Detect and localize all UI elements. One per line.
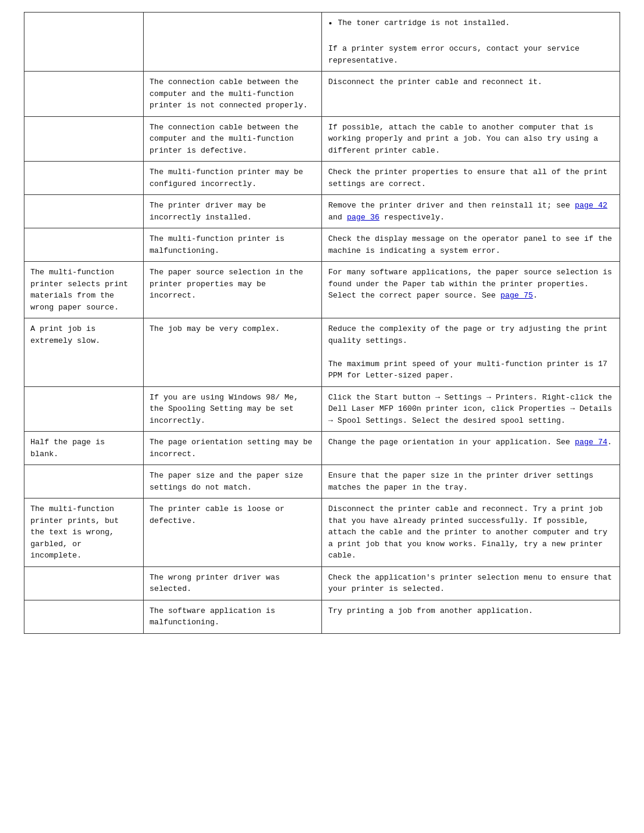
- problem-cell-empty: [24, 162, 144, 195]
- problem-cell-empty: [24, 600, 144, 633]
- page-36-link[interactable]: page 36: [347, 213, 380, 222]
- problem-text: The multi-function printer prints, but t…: [30, 504, 119, 560]
- table-row: The wrong printer driver was selected. C…: [24, 566, 620, 600]
- cause-cell-empty: [143, 13, 322, 72]
- cause-cell-cable-defective: The connection cable between the compute…: [143, 116, 322, 162]
- solution-cell-loose-cable: Disconnect the printer cable and reconne…: [322, 498, 620, 567]
- solution-cell-orientation: Change the page orientation in your appl…: [322, 432, 620, 465]
- solution-cell-reduce-complexity: Reduce the complexity of the page or try…: [322, 318, 620, 387]
- table-row: The paper size and the paper size settin…: [24, 465, 620, 498]
- problem-cell-empty: [24, 566, 144, 600]
- problem-cell-wrong-paper-source: The multi-function printer selects print…: [24, 262, 144, 318]
- cause-text: If you are using Windows 98/ Me, the Spo…: [150, 393, 299, 425]
- solution-cell-paper-size: Ensure that the paper size in the printe…: [322, 465, 620, 498]
- cause-text: The multi-function printer may be config…: [150, 168, 303, 188]
- table-row: The toner cartridge is not installed. If…: [24, 13, 620, 72]
- solution-text: Disconnect the printer cable and reconne…: [328, 78, 542, 86]
- cause-text: The paper source selection in the printe…: [150, 268, 303, 300]
- table-row: The connection cable between the compute…: [24, 72, 620, 117]
- solution-text: Try printing a job from another applicat…: [328, 606, 532, 615]
- solution-text: If a printer system error occurs, contac…: [328, 44, 579, 65]
- solution-text: Check the application's printer selectio…: [328, 573, 612, 594]
- cause-text: The multi-function printer is malfunctio…: [150, 234, 284, 255]
- solution-text: For many software applications, the pape…: [328, 268, 612, 300]
- solution-cell-toner: The toner cartridge is not installed. If…: [322, 13, 620, 72]
- cause-cell-spooling: If you are using Windows 98/ Me, the Spo…: [143, 386, 322, 432]
- cause-text: The job may be very complex.: [150, 324, 280, 333]
- solution-text: Click the Start button → Settings → Prin…: [328, 393, 612, 425]
- table-row: The connection cable between the compute…: [24, 116, 620, 162]
- solution-text: Remove the printer driver and then reins…: [328, 201, 574, 210]
- problem-cell-empty: [24, 195, 144, 228]
- solution-text: Ensure that the paper size in the printe…: [328, 471, 593, 492]
- cause-cell-wrong-driver: The wrong printer driver was selected.: [143, 566, 322, 600]
- troubleshooting-table-container: The toner cartridge is not installed. If…: [24, 12, 620, 634]
- cause-cell-paper-size: The paper size and the paper size settin…: [143, 465, 322, 498]
- cause-text: The connection cable between the compute…: [150, 123, 299, 155]
- cause-text: The software application is malfunctioni…: [150, 606, 275, 627]
- solution-cell-software-malfunction: Try printing a job from another applicat…: [322, 600, 620, 633]
- solution-cell-spooling: Click the Start button → Settings → Prin…: [322, 386, 620, 432]
- solution-cell-check-properties: Check the printer properties to ensure t…: [322, 162, 620, 195]
- solution-cell-reconnect: Disconnect the printer cable and reconne…: [322, 72, 620, 117]
- solution-text-and: and: [328, 213, 346, 222]
- cause-cell-software-malfunction: The software application is malfunctioni…: [143, 600, 322, 633]
- page-42-link[interactable]: page 42: [575, 201, 608, 210]
- cause-cell-connection-not-connected: The connection cable between the compute…: [143, 72, 322, 117]
- solution-text: Check the printer properties to ensure t…: [328, 168, 607, 188]
- table-row: The multi-function printer selects print…: [24, 262, 620, 318]
- solution-cell-attach-another: If possible, attach the cable to another…: [322, 116, 620, 162]
- cause-cell-malfunctioning: The multi-function printer is malfunctio…: [143, 228, 322, 262]
- solution-text: If possible, attach the cable to another…: [328, 123, 597, 155]
- table-row: Half the page is blank. The page orienta…: [24, 432, 620, 465]
- cause-text: The connection cable between the compute…: [150, 78, 308, 110]
- solution-period: .: [533, 291, 538, 300]
- table-row: The printer driver may be incorrectly in…: [24, 195, 620, 228]
- solution-cell-reinstall-driver: Remove the printer driver and then reins…: [322, 195, 620, 228]
- solution-text: The toner cartridge is not installed.: [338, 17, 614, 29]
- solution-cell-display-message: Check the display message on the operato…: [322, 228, 620, 262]
- table-row: The multi-function printer is malfunctio…: [24, 228, 620, 262]
- cause-cell-complex-job: The job may be very complex.: [143, 318, 322, 387]
- solution-text-2: The maximum print speed of your multi-fu…: [328, 360, 607, 380]
- cause-cell-configured-incorrectly: The multi-function printer may be config…: [143, 162, 322, 195]
- solution-period-2: .: [608, 438, 612, 447]
- table-row: The multi-function printer prints, but t…: [24, 498, 620, 567]
- cause-text: The wrong printer driver was selected.: [150, 573, 280, 594]
- cause-text: The paper size and the paper size settin…: [150, 471, 303, 492]
- problem-cell-empty: [24, 386, 144, 432]
- page-75-link[interactable]: page 75: [500, 291, 533, 300]
- table-row: If you are using Windows 98/ Me, the Spo…: [24, 386, 620, 432]
- problem-cell-empty: [24, 72, 144, 117]
- problem-cell-empty: [24, 228, 144, 262]
- problem-cell-garbled: The multi-function printer prints, but t…: [24, 498, 144, 567]
- solution-cell-paper-source: For many software applications, the pape…: [322, 262, 620, 318]
- problem-cell-half-blank: Half the page is blank.: [24, 432, 144, 465]
- page-74-link[interactable]: page 74: [575, 438, 608, 447]
- cause-cell-driver-incorrect: The printer driver may be incorrectly in…: [143, 195, 322, 228]
- cause-text: The printer driver may be incorrectly in…: [150, 201, 266, 222]
- table-row: The multi-function printer may be config…: [24, 162, 620, 195]
- cause-cell-loose-cable: The printer cable is loose or defective.: [143, 498, 322, 567]
- table-row: The software application is malfunctioni…: [24, 600, 620, 633]
- cause-cell-paper-source-incorrect: The paper source selection in the printe…: [143, 262, 322, 318]
- problem-cell-empty: [24, 116, 144, 162]
- problem-cell-empty: [24, 465, 144, 498]
- table-row: A print job is extremely slow. The job m…: [24, 318, 620, 387]
- problem-cell-empty: [24, 13, 144, 72]
- solution-text: Check the display message on the operato…: [328, 234, 612, 255]
- problem-cell-slow-print: A print job is extremely slow.: [24, 318, 144, 387]
- solution-text-respectively: respectively.: [379, 213, 444, 222]
- solution-cell-wrong-driver: Check the application's printer selectio…: [322, 566, 620, 600]
- cause-cell-orientation: The page orientation setting may be inco…: [143, 432, 322, 465]
- problem-text: Half the page is blank.: [30, 438, 105, 459]
- problem-text: The multi-function printer selects print…: [30, 268, 128, 312]
- troubleshooting-table: The toner cartridge is not installed. If…: [24, 12, 620, 634]
- solution-text: Change the page orientation in your appl…: [328, 438, 574, 447]
- cause-text: The printer cable is loose or defective.: [150, 504, 284, 525]
- solution-text: Disconnect the printer cable and reconne…: [328, 504, 607, 560]
- solution-text: Reduce the complexity of the page or try…: [328, 324, 607, 345]
- cause-text: The page orientation setting may be inco…: [150, 438, 312, 459]
- problem-text: A print job is extremely slow.: [30, 324, 100, 345]
